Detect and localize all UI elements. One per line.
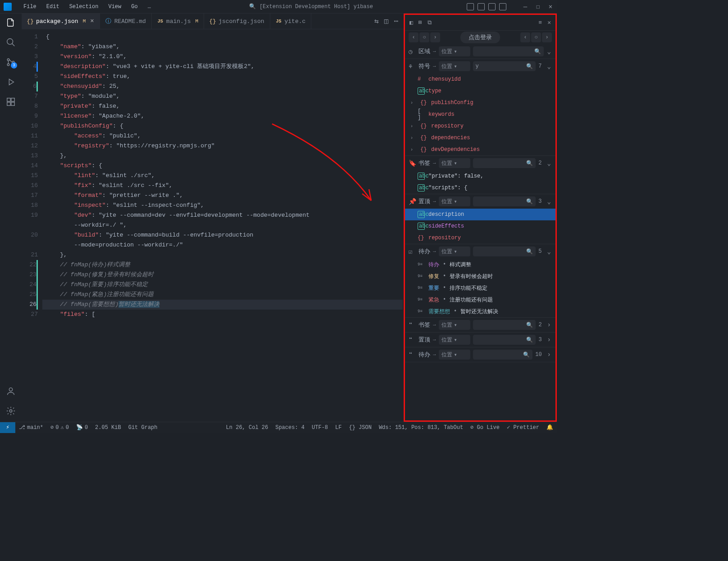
- close-icon[interactable]: ✕: [548, 4, 553, 9]
- layout-icon[interactable]: [499, 3, 506, 10]
- tab-readme[interactable]: ⓘ README.md: [100, 14, 152, 29]
- nav-circle[interactable]: ○: [419, 32, 429, 42]
- pin-item[interactable]: {}repository: [405, 232, 555, 244]
- menu-file[interactable]: File: [19, 2, 41, 12]
- filter-dropdown[interactable]: 位置▾: [439, 158, 470, 168]
- filter-dropdown[interactable]: 位置▾: [439, 246, 470, 256]
- filter-input[interactable]: 🔍: [473, 320, 536, 330]
- menu-more[interactable]: …: [143, 2, 155, 12]
- debug-icon[interactable]: [5, 77, 16, 87]
- symbol-item[interactable]: ›{}publishConfig: [405, 97, 555, 109]
- remote-button[interactable]: ⚡: [0, 422, 15, 433]
- pin-item[interactable]: abcsideEffects: [405, 220, 555, 232]
- symbol-item[interactable]: abctype: [405, 85, 555, 97]
- filter-input[interactable]: 🔍: [473, 158, 536, 168]
- encoding[interactable]: UTF-8: [308, 422, 332, 433]
- code-content[interactable]: { "name": "yibase", "version": "2.1.0", …: [42, 29, 403, 422]
- symbol-item[interactable]: ›{}devDependencies: [405, 144, 555, 155]
- prettier[interactable]: ✓ Prettier: [503, 422, 543, 433]
- compare-icon[interactable]: ⇆: [374, 17, 379, 26]
- pin-item[interactable]: abcdescription: [405, 209, 555, 220]
- word-count[interactable]: Wds: 151, Pos: 813, TabOut: [375, 422, 467, 433]
- panel-icon[interactable]: ◧: [410, 19, 413, 26]
- filter-input[interactable]: y🔍: [473, 61, 536, 71]
- todo-item[interactable]: 9≡待办•样式调整: [405, 259, 555, 270]
- go-live[interactable]: ⊘ Go Live: [467, 422, 503, 433]
- symbol-item[interactable]: ›{}dependencies: [405, 132, 555, 144]
- layout-icon[interactable]: [488, 3, 496, 10]
- tab-yite[interactable]: JS yite.c: [270, 14, 312, 29]
- filter-dropdown[interactable]: 位置▾: [439, 350, 470, 360]
- filter-input[interactable]: 🔍: [473, 246, 536, 256]
- filter-dropdown[interactable]: 位置▾: [439, 320, 470, 330]
- account-icon[interactable]: [5, 386, 16, 397]
- todo-item[interactable]: 9≡修复•登录有时候会超时: [405, 270, 555, 282]
- collapse-icon[interactable]: ⌄: [546, 63, 552, 70]
- layout-icon[interactable]: [478, 3, 485, 10]
- maximize-icon[interactable]: ☐: [535, 4, 541, 9]
- panel-icon[interactable]: ⊞: [419, 19, 422, 26]
- settings-icon[interactable]: [5, 406, 16, 416]
- collapse-icon[interactable]: ⌄: [546, 248, 552, 255]
- git-graph[interactable]: Git Graph: [125, 422, 161, 433]
- nav-prev[interactable]: ‹: [409, 32, 419, 42]
- split-icon[interactable]: ◫: [384, 17, 389, 26]
- editor[interactable]: 1234 5678 9101112 13141516 171819 2021 2…: [22, 29, 404, 422]
- filter-input[interactable]: 🔍: [473, 46, 544, 56]
- collapse-icon[interactable]: ⌄: [546, 160, 552, 167]
- close-icon[interactable]: ✕: [547, 19, 551, 26]
- filter-dropdown[interactable]: 位置▾: [439, 335, 470, 345]
- nav-next[interactable]: ›: [430, 32, 440, 42]
- nav-prev[interactable]: ‹: [520, 32, 530, 42]
- menu-edit[interactable]: Edit: [42, 2, 64, 12]
- symbol-item[interactable]: #chensuyidd: [405, 73, 555, 85]
- eol[interactable]: LF: [332, 422, 345, 433]
- nav-next[interactable]: ›: [542, 32, 552, 42]
- collapse-icon[interactable]: ›: [546, 321, 552, 328]
- filter-dropdown[interactable]: 位置▾: [439, 196, 470, 206]
- filter-input[interactable]: 🔍: [473, 335, 536, 345]
- explorer-icon[interactable]: [5, 17, 16, 28]
- bookmark-item[interactable]: abc"scripts": {: [405, 182, 555, 194]
- collapse-icon[interactable]: ⌄: [546, 198, 552, 205]
- todo-item[interactable]: 9≡紧急•注册功能还有问题: [405, 294, 555, 306]
- menu-selection[interactable]: Selection: [65, 2, 103, 12]
- tab-jsconfig[interactable]: {} jsconfig.json: [204, 14, 270, 29]
- todo-item[interactable]: 9≡重要•排序功能不稳定: [405, 282, 555, 294]
- radio-status[interactable]: 📡 0: [73, 422, 91, 433]
- close-icon[interactable]: ×: [90, 18, 94, 25]
- login-row: ‹ ○ › 点击登录 ‹ ○ ›: [405, 31, 555, 44]
- todo-item[interactable]: 9≡需要想想•暂时还无法解决: [405, 306, 555, 317]
- notifications[interactable]: 🔔: [543, 422, 557, 433]
- scm-icon[interactable]: 3: [5, 57, 16, 68]
- problems-status[interactable]: ⊘ 0 ⚠ 0: [47, 422, 73, 433]
- filter-dropdown[interactable]: 位置▾: [439, 61, 470, 71]
- more-icon[interactable]: ⋯: [394, 17, 398, 26]
- menu-go[interactable]: Go: [127, 2, 142, 12]
- menu-view[interactable]: View: [104, 2, 126, 12]
- filter-input[interactable]: 🔍: [473, 350, 533, 360]
- collapse-icon[interactable]: ›: [546, 351, 552, 358]
- branch-status[interactable]: ⎇ main*: [15, 422, 47, 433]
- symbol-item[interactable]: ›{}repository: [405, 120, 555, 132]
- filter-input[interactable]: 🔍: [473, 196, 536, 206]
- menu-icon[interactable]: ≡: [538, 19, 542, 26]
- indentation[interactable]: Spaces: 4: [272, 422, 308, 433]
- tab-package-json[interactable]: {} package.json M ×: [22, 14, 100, 29]
- collapse-icon[interactable]: ›: [546, 336, 552, 343]
- cursor-position[interactable]: Ln 26, Col 26: [223, 422, 272, 433]
- search-icon[interactable]: [5, 37, 16, 48]
- panel-icon[interactable]: ⧉: [428, 19, 432, 26]
- filter-dropdown[interactable]: 位置▾: [439, 46, 470, 56]
- language[interactable]: {} JSON: [345, 422, 375, 433]
- minimize-icon[interactable]: —: [523, 4, 528, 9]
- title-center[interactable]: 🔍 [Extension Development Host] yibase: [155, 3, 467, 10]
- bookmark-item[interactable]: abc"private": false,: [405, 170, 555, 182]
- collapse-icon[interactable]: ⌄: [546, 48, 552, 55]
- login-button[interactable]: 点击登录: [460, 32, 500, 43]
- extensions-icon[interactable]: [5, 96, 16, 107]
- nav-circle[interactable]: ○: [531, 32, 541, 42]
- tab-main-js[interactable]: JS main.js M: [152, 14, 204, 29]
- symbol-item[interactable]: [ ]keywords: [405, 109, 555, 120]
- layout-icon[interactable]: [467, 3, 474, 10]
